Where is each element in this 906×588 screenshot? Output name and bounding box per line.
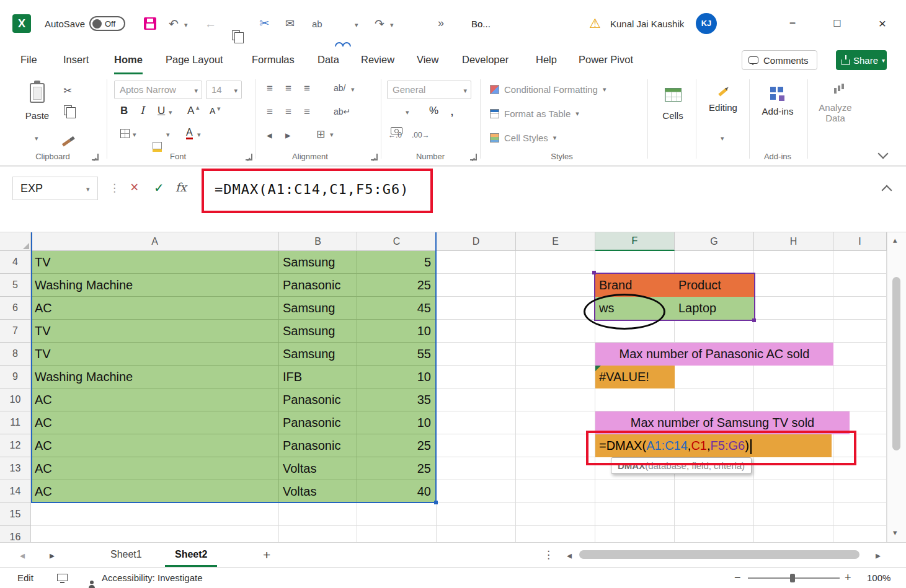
cell-A10[interactable]: AC [31,388,279,411]
align-middle-icon[interactable]: ≡ [285,83,291,94]
cell-I16[interactable] [833,526,887,542]
vertical-scrollbar[interactable]: ▴ ▾ [887,232,906,542]
column-header-I[interactable]: I [833,232,887,251]
copy-small-icon[interactable] [64,105,72,115]
cell-F12-editing[interactable]: =DMAX(A1:C14,C1,F5:G6) [595,434,832,457]
cell-E10[interactable] [516,388,595,411]
cell-D6[interactable] [437,297,516,320]
cell-A5[interactable]: Washing Machine [31,274,279,297]
italic-button[interactable]: I [140,105,144,116]
paste-button[interactable]: Paste ▾ [21,82,53,146]
cell-G6-overlay[interactable]: Laptop [675,297,754,320]
back-icon[interactable]: ← [205,18,216,30]
cell-E9[interactable] [516,366,595,388]
font-color-button[interactable]: A [186,128,193,139]
redo-icon[interactable]: ↷ [375,18,384,30]
cell-D10[interactable] [437,388,516,411]
font-name-combo[interactable]: Aptos Narrow ▾ [114,81,202,99]
cell-C16[interactable] [357,526,437,542]
select-all-corner[interactable] [0,232,31,251]
cell-F9-result[interactable]: #VALUE! [595,366,675,388]
cell-H5[interactable] [754,274,833,297]
tab-home[interactable]: Home [114,46,143,74]
cell-B15[interactable] [279,503,357,526]
cell-F7[interactable] [595,320,675,343]
cell-G9[interactable] [675,366,754,388]
tab-formulas[interactable]: Formulas [252,46,295,74]
cell-C14[interactable]: 40 [357,480,437,503]
cell-H14[interactable] [754,480,833,503]
increase-font-button[interactable]: A [187,105,194,116]
cell-C4[interactable]: 5 [357,251,437,274]
zoom-in-button[interactable]: + [845,571,851,584]
tab-view[interactable]: View [417,46,438,74]
cell-F8-label[interactable]: Max number of Panasonic AC sold [595,343,833,366]
tab-review[interactable]: Review [361,46,394,74]
cell-B9[interactable]: IFB [279,366,357,388]
tab-developer[interactable]: Developer [462,46,509,74]
cell-H4[interactable] [754,251,833,274]
accounting-dropdown-icon[interactable]: ▾ [406,109,409,116]
bold-button[interactable]: B [120,105,128,116]
cell-A13[interactable]: AC [31,457,279,480]
wrap-text-icon[interactable]: ab↵ [334,107,350,116]
merge-dropdown-icon[interactable]: ▾ [330,131,334,138]
formula-input[interactable]: =DMAX(A1:C14,C1,F5:G6) [215,182,409,197]
glasses-dropdown-icon[interactable]: ▾ [355,22,358,29]
mail-icon[interactable]: ✉ [285,18,295,29]
borders-button-icon[interactable] [120,129,130,138]
cell-G5-overlay[interactable]: Product [675,274,754,297]
fill-color-dropdown-icon[interactable]: ▾ [166,131,170,138]
orientation-dropdown-icon[interactable]: ▾ [351,86,355,93]
cell-F16[interactable] [595,526,675,542]
cell-A8[interactable]: TV [31,343,279,366]
cell-A14[interactable]: AC [31,480,279,503]
tab-insert[interactable]: Insert [63,46,89,74]
cell-C13[interactable]: 25 [357,457,437,480]
column-header-E[interactable]: E [516,232,595,251]
user-avatar[interactable]: KJ [696,13,717,34]
cell-H7[interactable] [754,320,833,343]
tab-file[interactable]: File [20,46,37,74]
user-name[interactable]: Kunal Jai Kaushik [610,19,684,29]
tab-page-layout[interactable]: Page Layout [166,46,223,74]
row-header-14[interactable]: 14 [0,480,31,503]
cell-H9[interactable] [754,366,833,388]
autosave-toggle[interactable]: Off [89,16,125,31]
close-button[interactable]: × [868,0,897,46]
redo-dropdown-icon[interactable]: ▾ [390,22,394,29]
cell-I6[interactable] [833,297,887,320]
cell-F10[interactable] [595,388,675,411]
cell-I13[interactable] [833,457,887,480]
cell-D9[interactable] [437,366,516,388]
cell-D8[interactable] [437,343,516,366]
cell-A12[interactable]: AC [31,434,279,457]
minimize-button[interactable]: − [778,0,807,46]
cell-E6[interactable] [516,297,595,320]
cell-H16[interactable] [754,526,833,542]
cell-H10[interactable] [754,388,833,411]
cell-E4[interactable] [516,251,595,274]
format-as-table-button[interactable]: Format as Table ▾ [490,108,579,119]
column-header-G[interactable]: G [675,232,754,251]
cell-I4[interactable] [833,251,887,274]
cell-A6[interactable]: AC [31,297,279,320]
analyze-data-button[interactable]: Analyze Data [814,83,857,123]
column-header-D[interactable]: D [437,232,516,251]
maximize-button[interactable]: □ [823,0,851,46]
cell-D4[interactable] [437,251,516,274]
name-box-dropdown-icon[interactable]: ▾ [86,186,90,193]
row-header-6[interactable]: 6 [0,297,31,320]
cell-D11[interactable] [437,411,516,434]
cell-C5[interactable]: 25 [357,274,437,297]
cell-G10[interactable] [675,388,754,411]
borders-dropdown-icon[interactable]: ▾ [133,131,136,138]
column-header-B[interactable]: B [279,232,357,251]
cell-D13[interactable] [437,457,516,480]
save-icon[interactable] [144,17,156,30]
cut-icon[interactable]: ✂ [259,17,269,29]
cell-D14[interactable] [437,480,516,503]
confirm-entry-button[interactable]: ✓ [154,182,164,194]
decrease-indent-icon[interactable]: ◂ [267,130,272,141]
tab-help[interactable]: Help [536,46,557,74]
